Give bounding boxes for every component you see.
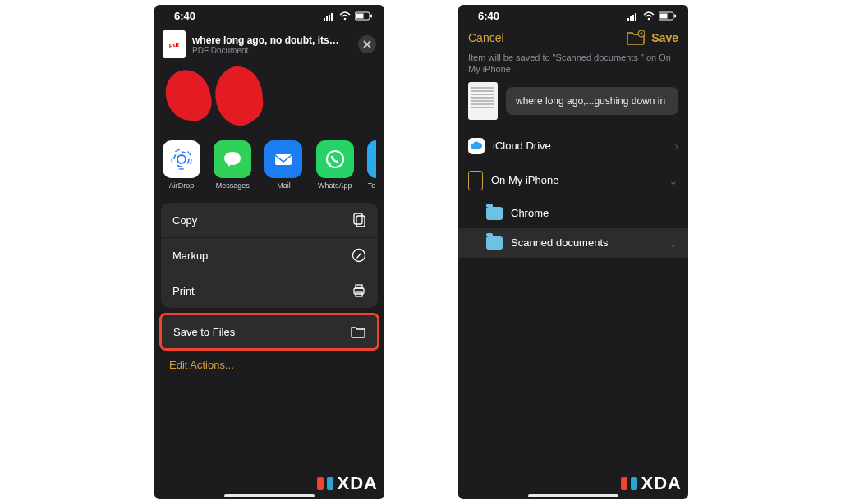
svg-point-7 [224,152,241,165]
new-folder-icon[interactable] [627,30,645,45]
doc-title: where long ago, no doubt, its sprin... [192,34,340,46]
save-location-note: Item will be saved to "Scanned documents… [458,52,688,82]
whatsapp-icon [316,140,354,178]
icloud-icon [468,138,485,154]
svg-rect-11 [356,216,365,227]
folder-chrome[interactable]: Chrome [458,199,688,228]
doc-info: where long ago, no doubt, its sprin... P… [192,34,340,55]
print-action[interactable]: Print [161,273,378,308]
chevron-down-icon: ⌄ [669,174,678,187]
location-label: On My iPhone [491,174,558,186]
svg-rect-23 [621,477,627,490]
svg-rect-20 [660,14,668,19]
status-bar: 6:40 [458,5,688,24]
phone-save-to-files: 6:40 Cancel Save Item will be saved to "… [458,5,688,499]
share-app-row[interactable]: AirDrop Messages Mail WhatsApp [154,134,384,195]
app-messages[interactable]: Messages [214,140,251,190]
iphone-icon [468,171,483,190]
app-whatsapp[interactable]: WhatsApp [316,140,354,190]
app-airdrop[interactable]: AirDrop [163,140,200,190]
edit-actions-button[interactable]: Edit Actions... [154,351,384,379]
xda-watermark: XDA [620,473,682,494]
status-time: 6:40 [174,10,195,22]
markup-icon [352,248,366,263]
svg-rect-16 [317,477,324,490]
doc-subtitle: PDF Document [192,46,340,55]
cellular-icon [627,12,640,21]
wifi-icon [339,11,352,21]
nav-bar: Cancel Save [458,24,688,52]
folder-icon [351,325,365,338]
svg-rect-24 [631,477,637,490]
svg-point-0 [344,18,347,21]
app-label: AirDrop [163,181,200,190]
wifi-icon [643,11,655,21]
action-label: Save to Files [173,326,235,338]
pdf-icon: pdf [163,30,186,58]
telegram-icon [367,140,376,178]
save-button[interactable]: Save [651,31,678,44]
home-indicator[interactable] [224,494,315,497]
svg-point-5 [174,152,189,167]
status-bar: 6:40 [154,5,384,24]
status-icons [324,11,373,21]
copy-action[interactable]: Copy [161,203,378,237]
chevron-right-icon: › [674,140,678,153]
messages-icon [214,140,251,178]
file-preview-row: where long ago,...gushing down in [458,82,688,130]
svg-rect-14 [356,285,362,288]
svg-point-4 [177,155,186,163]
location-label: iCloud Drive [493,140,551,152]
svg-rect-2 [356,14,364,19]
cellular-icon [324,12,336,21]
save-to-files-action[interactable]: Save to Files [162,315,377,348]
folder-scanned-documents[interactable]: Scanned documents ⌄ [458,228,688,258]
status-time: 6:40 [478,10,499,22]
close-button[interactable] [358,35,376,53]
action-label: Copy [172,214,197,227]
copy-icon [352,213,366,227]
svg-rect-3 [370,15,372,18]
xda-watermark: XDA [316,473,378,494]
app-label: Mail [264,181,302,190]
redacted-preview [161,65,378,134]
action-label: Markup [172,250,208,262]
svg-point-18 [648,18,650,21]
app-mail[interactable]: Mail [264,140,302,190]
file-name-field[interactable]: where long ago,...gushing down in [506,87,678,115]
markup-action[interactable]: Markup [161,237,378,273]
app-label: Messages [214,181,251,190]
svg-rect-17 [327,477,333,490]
x-icon [363,40,371,48]
home-indicator[interactable] [528,494,618,497]
location-list: iCloud Drive › On My iPhone ⌄ Chrome Sca… [458,130,688,258]
cancel-button[interactable]: Cancel [468,31,504,44]
airdrop-icon [163,140,200,178]
app-telegram[interactable]: Te [367,140,376,190]
mail-icon [264,140,302,178]
battery-icon [355,11,373,21]
location-on-my-iphone[interactable]: On My iPhone ⌄ [458,163,688,199]
action-list: Copy Markup Print [161,203,378,308]
file-thumbnail [468,82,498,120]
app-label: WhatsApp [316,181,354,190]
share-header: pdf where long ago, no doubt, its sprin.… [154,24,384,65]
app-label: Te [367,181,376,190]
svg-rect-10 [354,213,362,224]
status-icons [627,11,677,21]
phone-share-sheet: 6:40 pdf where long ago, no doubt, its s… [154,5,384,499]
location-label: Scanned documents [511,236,609,249]
action-label: Print [172,285,195,297]
folder-icon [486,236,503,250]
svg-rect-21 [674,15,676,18]
svg-rect-8 [275,154,292,165]
chevron-down-icon: ⌄ [669,236,678,250]
location-label: Chrome [511,207,549,219]
print-icon [352,283,366,298]
location-icloud[interactable]: iCloud Drive › [458,130,688,163]
highlight-save-to-files: Save to Files [159,313,379,351]
folder-icon [486,207,503,220]
battery-icon [659,11,677,21]
